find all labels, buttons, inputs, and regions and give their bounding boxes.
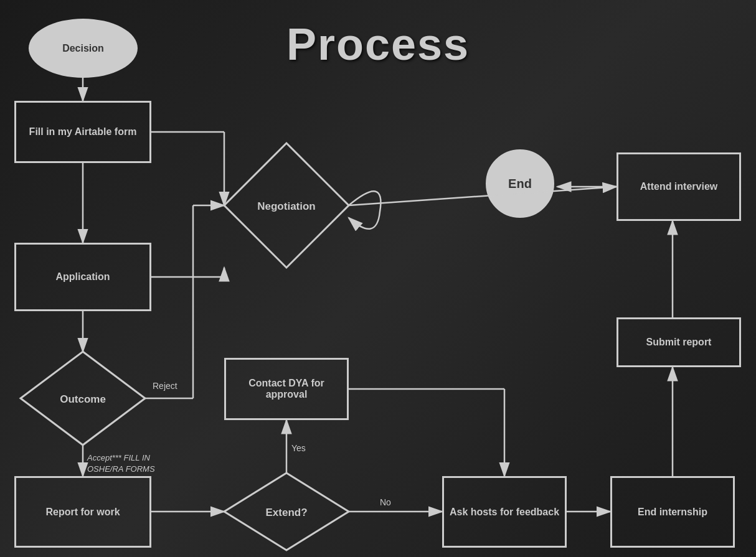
svg-line-22 [349, 187, 617, 205]
diamond-outcome [21, 352, 145, 445]
box-submit-report: Submit report [617, 317, 741, 367]
label-outcome: Outcome [60, 393, 106, 405]
circle-end: End [486, 149, 554, 218]
label-reject: Reject [153, 381, 177, 391]
legend-decision: Decision [29, 19, 138, 78]
box-contact-dya: Contact DYA for approval [224, 358, 349, 420]
label-accept2: OSHE/RA FORMS [87, 464, 155, 474]
box-report-for-work: Report for work [14, 476, 151, 548]
label-accept: Accept*** FILL IN [87, 453, 151, 462]
box-fill-form: Fill in my Airtable form [14, 101, 151, 163]
diamond-extend [224, 473, 349, 550]
label-negotiation: Negotiation [257, 200, 316, 212]
label-extend: Extend? [265, 507, 307, 518]
page-title: Process [286, 19, 470, 70]
diamond-negotiation [224, 143, 349, 268]
label-yes: Yes [291, 443, 306, 453]
box-ask-hosts: Ask hosts for feedback [442, 476, 567, 548]
svg-line-17 [349, 389, 442, 512]
label-no: No [380, 497, 391, 507]
box-end-internship: End internship [610, 476, 735, 548]
box-attend-interview: Attend interview [617, 152, 741, 221]
box-application: Application [14, 243, 151, 311]
flowchart-canvas: Process Decision Fill in my Airtable for… [0, 0, 756, 557]
